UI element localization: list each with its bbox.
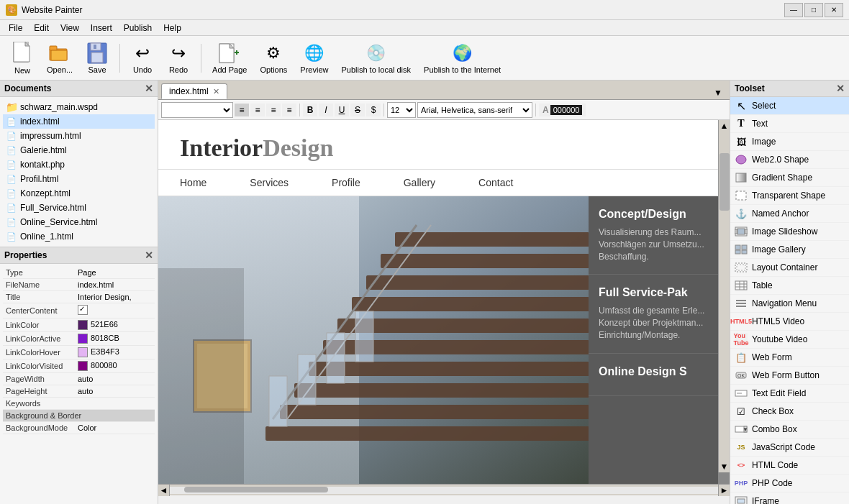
doc-item-onlineservice[interactable]: 📄 Online_Service.html bbox=[3, 215, 155, 229]
doc-item-konzept[interactable]: 📄 Konzept.html bbox=[3, 186, 155, 201]
underline-button[interactable]: U bbox=[335, 104, 349, 116]
align-right-button[interactable]: ≡ bbox=[266, 104, 281, 116]
new-button[interactable]: New bbox=[6, 39, 39, 78]
doc-item-impressum[interactable]: 📄 impressum.html bbox=[3, 129, 155, 143]
menu-file[interactable]: File bbox=[3, 22, 28, 35]
canvas-area[interactable]: InteriorDesign Home Services Profile Gal… bbox=[158, 120, 730, 484]
publish-internet-button[interactable]: 🌍 Publish to the Internet bbox=[419, 39, 506, 78]
italic-button[interactable]: I bbox=[319, 104, 333, 116]
tool-html-code[interactable]: <> HTML Code bbox=[730, 457, 849, 475]
linkcolor-swatch[interactable] bbox=[78, 320, 88, 330]
tool-table[interactable]: Table bbox=[730, 277, 849, 295]
tool-youtube-video[interactable]: YouTube Youtube Video bbox=[730, 331, 849, 349]
tool-layout-container[interactable]: Layout Container bbox=[730, 259, 849, 277]
doc-item-kontakt[interactable]: 📄 kontakt.php bbox=[3, 157, 155, 172]
menu-bar: File Edit View Insert Publish Help bbox=[0, 20, 849, 36]
tool-navigation-menu[interactable]: Navigation Menu bbox=[730, 295, 849, 313]
menu-publish[interactable]: Publish bbox=[118, 22, 158, 35]
options-button[interactable]: ⚙ Options bbox=[255, 39, 292, 78]
horizontal-scrollbar[interactable]: ◄ ► bbox=[158, 484, 730, 495]
doc-item-online1[interactable]: 📄 Online_1.html bbox=[3, 229, 155, 244]
font-family-select[interactable]: Arial, Helvetica, sans-serif bbox=[417, 102, 532, 118]
align-left-button[interactable]: ≡ bbox=[235, 104, 249, 116]
tool-gradient-shape[interactable]: Gradient Shape bbox=[730, 169, 849, 187]
tool-text-edit-field[interactable]: Text Edit Field bbox=[730, 385, 849, 403]
vscroll-thumb[interactable] bbox=[719, 153, 730, 211]
tab-index[interactable]: index.html ✕ bbox=[161, 83, 227, 99]
linkcoloractive-swatch[interactable] bbox=[78, 334, 88, 344]
menu-insert[interactable]: Insert bbox=[85, 22, 118, 35]
file-index: index.html bbox=[20, 116, 60, 127]
preview-icon: 🌐 bbox=[303, 42, 326, 64]
add-page-button[interactable]: Add Page bbox=[207, 39, 252, 78]
nav-services[interactable]: Services bbox=[250, 177, 289, 188]
text-color-button[interactable]: A 000000 bbox=[539, 104, 586, 116]
menu-view[interactable]: View bbox=[55, 22, 85, 35]
prop-val-centercontent[interactable] bbox=[75, 303, 155, 319]
linkcolorhover-swatch[interactable] bbox=[78, 347, 88, 357]
toolset-close-button[interactable]: ✕ bbox=[836, 83, 845, 94]
preview-button[interactable]: 🌐 Preview bbox=[295, 39, 333, 78]
undo-button[interactable]: ↩ Undo bbox=[126, 39, 159, 78]
hscroll-track[interactable] bbox=[170, 487, 718, 494]
nav-gallery[interactable]: Gallery bbox=[404, 177, 435, 188]
dollar-button[interactable]: $ bbox=[366, 104, 381, 116]
redo-button[interactable]: ↪ Redo bbox=[162, 39, 195, 78]
tool-named-anchor[interactable]: ⚓ Named Anchor bbox=[730, 205, 849, 223]
paragraph-style-select[interactable] bbox=[161, 102, 233, 118]
hscroll-thumb[interactable] bbox=[184, 487, 328, 492]
tool-iframe[interactable]: IFrame bbox=[730, 492, 849, 504]
tool-transparent-shape[interactable]: Transparent Shape bbox=[730, 187, 849, 205]
nav-home[interactable]: Home bbox=[180, 177, 206, 188]
tool-text[interactable]: T Text bbox=[730, 115, 849, 133]
properties-close-button[interactable]: ✕ bbox=[145, 249, 153, 261]
documents-close-button[interactable]: ✕ bbox=[145, 83, 153, 94]
tab-index-close[interactable]: ✕ bbox=[213, 87, 219, 96]
tool-javascript-code[interactable]: JS JavaScript Code bbox=[730, 439, 849, 457]
hscroll-left-button[interactable]: ◄ bbox=[158, 485, 170, 496]
doc-item-profil[interactable]: 📄 Profil.html bbox=[3, 172, 155, 186]
vscroll-down-button[interactable]: ▼ bbox=[719, 461, 730, 472]
font-size-select[interactable]: 12 bbox=[387, 102, 416, 118]
linkcolorvisited-swatch[interactable] bbox=[78, 361, 88, 371]
publish-local-button[interactable]: 💿 Publish to local disk bbox=[336, 39, 416, 78]
menu-edit[interactable]: Edit bbox=[28, 22, 55, 35]
tool-web-form[interactable]: 📋 Web Form bbox=[730, 349, 849, 367]
tool-combo-box[interactable]: ▼ Combo Box bbox=[730, 421, 849, 439]
vertical-scrollbar[interactable]: ▲ ▼ bbox=[718, 120, 730, 472]
tool-image-gallery[interactable]: Image Gallery bbox=[730, 241, 849, 259]
open-button[interactable]: Open... bbox=[42, 39, 78, 78]
align-center-button[interactable]: ≡ bbox=[250, 104, 265, 116]
tool-select[interactable]: ↖ Select bbox=[730, 97, 849, 115]
prop-val-title: Interior Design, bbox=[75, 291, 155, 303]
hscroll-right-button[interactable]: ► bbox=[718, 485, 730, 496]
menu-help[interactable]: Help bbox=[158, 22, 187, 35]
tool-transparent-label: Transparent Shape bbox=[752, 191, 825, 201]
tool-web20-shape[interactable]: Web2.0 Shape bbox=[730, 151, 849, 169]
tool-php-code[interactable]: PHP PHP Code bbox=[730, 475, 849, 492]
vscroll-track[interactable] bbox=[719, 211, 730, 461]
centercontent-checkbox[interactable] bbox=[78, 305, 88, 315]
tool-check-box[interactable]: ☑ Check Box bbox=[730, 403, 849, 421]
close-button[interactable]: ✕ bbox=[825, 3, 843, 17]
doc-item-fullservice[interactable]: 📄 Full_Service.html bbox=[3, 201, 155, 215]
tool-html5-video[interactable]: HTML5 HTML5 Video bbox=[730, 313, 849, 331]
tool-image[interactable]: 🖼 Image bbox=[730, 133, 849, 151]
svg-rect-20 bbox=[309, 362, 589, 376]
justify-button[interactable]: ≡ bbox=[282, 104, 296, 116]
strikethrough-button[interactable]: S bbox=[350, 104, 365, 116]
maximize-button[interactable]: □ bbox=[804, 3, 823, 17]
save-button[interactable]: Save bbox=[81, 39, 114, 78]
minimize-button[interactable]: — bbox=[784, 3, 803, 17]
tool-web-form-button[interactable]: OK Web Form Button bbox=[730, 367, 849, 385]
tab-dropdown-button[interactable]: ▼ bbox=[709, 86, 727, 99]
doc-item-index[interactable]: 📄 index.html bbox=[3, 114, 155, 129]
doc-item-root[interactable]: 📁 schwarz_main.wspd bbox=[3, 100, 155, 114]
vscroll-up-button[interactable]: ▲ bbox=[719, 120, 730, 132]
nav-profile[interactable]: Profile bbox=[332, 177, 360, 188]
bold-button[interactable]: B bbox=[303, 104, 317, 116]
folder-icon: 📁 bbox=[6, 101, 17, 113]
doc-item-galerie[interactable]: 📄 Galerie.html bbox=[3, 143, 155, 157]
nav-contact[interactable]: Contact bbox=[478, 177, 513, 188]
tool-image-slideshow[interactable]: Image Slideshow bbox=[730, 223, 849, 241]
